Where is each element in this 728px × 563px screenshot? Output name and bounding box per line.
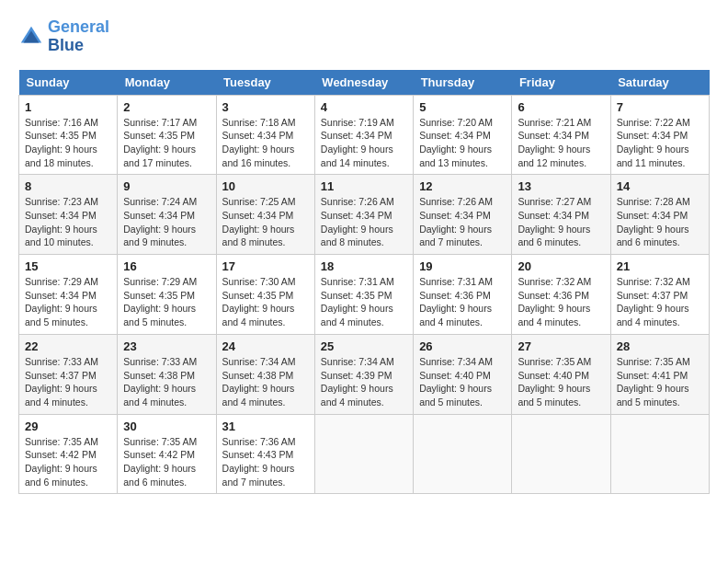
calendar-cell: 7 Sunrise: 7:22 AM Sunset: 4:34 PM Dayli… — [610, 95, 709, 175]
day-number: 19 — [419, 259, 506, 273]
day-number: 31 — [222, 419, 309, 433]
day-info: Sunrise: 7:28 AM Sunset: 4:34 PM Dayligh… — [617, 195, 703, 249]
day-info: Sunrise: 7:25 AM Sunset: 4:34 PM Dayligh… — [222, 195, 309, 249]
calendar-cell: 13 Sunrise: 7:27 AM Sunset: 4:34 PM Dayl… — [512, 175, 610, 255]
day-number: 8 — [25, 179, 111, 193]
day-number: 15 — [25, 259, 111, 273]
day-info: Sunrise: 7:35 AM Sunset: 4:42 PM Dayligh… — [25, 435, 111, 489]
page-header: General Blue — [18, 18, 710, 55]
weekday-header-row: SundayMondayTuesdayWednesdayThursdayFrid… — [19, 70, 710, 96]
week-row-5: 29 Sunrise: 7:35 AM Sunset: 4:42 PM Dayl… — [19, 414, 710, 494]
calendar-cell: 2 Sunrise: 7:17 AM Sunset: 4:35 PM Dayli… — [118, 95, 216, 175]
day-info: Sunrise: 7:27 AM Sunset: 4:34 PM Dayligh… — [518, 195, 604, 249]
calendar-cell: 27 Sunrise: 7:35 AM Sunset: 4:40 PM Dayl… — [512, 334, 610, 414]
weekday-header-sunday: Sunday — [19, 70, 118, 96]
day-info: Sunrise: 7:32 AM Sunset: 4:36 PM Dayligh… — [518, 275, 604, 329]
calendar-cell: 17 Sunrise: 7:30 AM Sunset: 4:35 PM Dayl… — [216, 255, 314, 335]
day-info: Sunrise: 7:35 AM Sunset: 4:41 PM Dayligh… — [617, 355, 703, 409]
day-info: Sunrise: 7:30 AM Sunset: 4:35 PM Dayligh… — [222, 275, 309, 329]
calendar-cell: 16 Sunrise: 7:29 AM Sunset: 4:35 PM Dayl… — [118, 255, 216, 335]
weekday-header-friday: Friday — [512, 70, 610, 96]
day-info: Sunrise: 7:23 AM Sunset: 4:34 PM Dayligh… — [25, 195, 111, 249]
day-number: 21 — [617, 259, 703, 273]
day-number: 30 — [123, 419, 210, 433]
calendar-body: 1 Sunrise: 7:16 AM Sunset: 4:35 PM Dayli… — [19, 95, 710, 494]
calendar-cell: 26 Sunrise: 7:34 AM Sunset: 4:40 PM Dayl… — [414, 334, 512, 414]
day-info: Sunrise: 7:35 AM Sunset: 4:40 PM Dayligh… — [518, 355, 604, 409]
day-info: Sunrise: 7:18 AM Sunset: 4:34 PM Dayligh… — [222, 116, 309, 170]
calendar-cell — [610, 414, 709, 494]
calendar-cell: 23 Sunrise: 7:33 AM Sunset: 4:38 PM Dayl… — [118, 334, 216, 414]
day-number: 3 — [222, 100, 309, 114]
calendar-cell: 18 Sunrise: 7:31 AM Sunset: 4:35 PM Dayl… — [314, 255, 413, 335]
day-number: 13 — [518, 179, 604, 193]
day-number: 16 — [123, 259, 210, 273]
day-info: Sunrise: 7:32 AM Sunset: 4:37 PM Dayligh… — [617, 275, 703, 329]
day-number: 4 — [321, 100, 407, 114]
day-number: 25 — [321, 339, 407, 353]
day-number: 24 — [222, 339, 309, 353]
day-info: Sunrise: 7:24 AM Sunset: 4:34 PM Dayligh… — [123, 195, 210, 249]
day-number: 5 — [419, 100, 506, 114]
calendar-cell: 15 Sunrise: 7:29 AM Sunset: 4:34 PM Dayl… — [19, 255, 118, 335]
day-number: 2 — [123, 100, 210, 114]
logo: General Blue — [18, 18, 109, 55]
day-number: 7 — [617, 100, 703, 114]
weekday-header-tuesday: Tuesday — [216, 70, 314, 96]
calendar-cell: 19 Sunrise: 7:31 AM Sunset: 4:36 PM Dayl… — [414, 255, 512, 335]
day-number: 6 — [518, 100, 604, 114]
day-number: 28 — [617, 339, 703, 353]
day-number: 20 — [518, 259, 604, 273]
day-info: Sunrise: 7:35 AM Sunset: 4:42 PM Dayligh… — [123, 435, 210, 489]
day-number: 17 — [222, 259, 309, 273]
calendar-cell: 24 Sunrise: 7:34 AM Sunset: 4:38 PM Dayl… — [216, 334, 314, 414]
calendar-cell: 28 Sunrise: 7:35 AM Sunset: 4:41 PM Dayl… — [610, 334, 709, 414]
day-info: Sunrise: 7:33 AM Sunset: 4:37 PM Dayligh… — [25, 355, 111, 409]
day-number: 1 — [25, 100, 111, 114]
week-row-2: 8 Sunrise: 7:23 AM Sunset: 4:34 PM Dayli… — [19, 175, 710, 255]
calendar-cell: 8 Sunrise: 7:23 AM Sunset: 4:34 PM Dayli… — [19, 175, 118, 255]
day-info: Sunrise: 7:21 AM Sunset: 4:34 PM Dayligh… — [518, 116, 604, 170]
day-info: Sunrise: 7:34 AM Sunset: 4:39 PM Dayligh… — [321, 355, 407, 409]
calendar-cell: 22 Sunrise: 7:33 AM Sunset: 4:37 PM Dayl… — [19, 334, 118, 414]
day-info: Sunrise: 7:31 AM Sunset: 4:35 PM Dayligh… — [321, 275, 407, 329]
calendar-cell: 9 Sunrise: 7:24 AM Sunset: 4:34 PM Dayli… — [118, 175, 216, 255]
logo-icon — [18, 24, 44, 50]
logo-text: General Blue — [48, 18, 109, 55]
calendar-cell: 3 Sunrise: 7:18 AM Sunset: 4:34 PM Dayli… — [216, 95, 314, 175]
calendar-table: SundayMondayTuesdayWednesdayThursdayFrid… — [18, 70, 710, 495]
calendar-cell: 12 Sunrise: 7:26 AM Sunset: 4:34 PM Dayl… — [414, 175, 512, 255]
day-number: 10 — [222, 179, 309, 193]
weekday-header-wednesday: Wednesday — [314, 70, 413, 96]
day-info: Sunrise: 7:34 AM Sunset: 4:40 PM Dayligh… — [419, 355, 506, 409]
weekday-header-thursday: Thursday — [414, 70, 512, 96]
week-row-1: 1 Sunrise: 7:16 AM Sunset: 4:35 PM Dayli… — [19, 95, 710, 175]
day-number: 22 — [25, 339, 111, 353]
calendar-cell: 1 Sunrise: 7:16 AM Sunset: 4:35 PM Dayli… — [19, 95, 118, 175]
day-number: 29 — [25, 419, 111, 433]
day-info: Sunrise: 7:31 AM Sunset: 4:36 PM Dayligh… — [419, 275, 506, 329]
day-number: 12 — [419, 179, 506, 193]
day-info: Sunrise: 7:20 AM Sunset: 4:34 PM Dayligh… — [419, 116, 506, 170]
day-info: Sunrise: 7:16 AM Sunset: 4:35 PM Dayligh… — [25, 116, 111, 170]
day-number: 9 — [123, 179, 210, 193]
day-info: Sunrise: 7:36 AM Sunset: 4:43 PM Dayligh… — [222, 435, 309, 489]
calendar-cell: 25 Sunrise: 7:34 AM Sunset: 4:39 PM Dayl… — [314, 334, 413, 414]
calendar-cell: 14 Sunrise: 7:28 AM Sunset: 4:34 PM Dayl… — [610, 175, 709, 255]
day-number: 11 — [321, 179, 407, 193]
calendar-cell — [414, 414, 512, 494]
day-number: 18 — [321, 259, 407, 273]
weekday-header-monday: Monday — [118, 70, 216, 96]
week-row-4: 22 Sunrise: 7:33 AM Sunset: 4:37 PM Dayl… — [19, 334, 710, 414]
day-info: Sunrise: 7:26 AM Sunset: 4:34 PM Dayligh… — [419, 195, 506, 249]
calendar-cell: 6 Sunrise: 7:21 AM Sunset: 4:34 PM Dayli… — [512, 95, 610, 175]
day-number: 23 — [123, 339, 210, 353]
day-info: Sunrise: 7:26 AM Sunset: 4:34 PM Dayligh… — [321, 195, 407, 249]
day-number: 27 — [518, 339, 604, 353]
day-info: Sunrise: 7:22 AM Sunset: 4:34 PM Dayligh… — [617, 116, 703, 170]
calendar-cell — [314, 414, 413, 494]
calendar-cell: 4 Sunrise: 7:19 AM Sunset: 4:34 PM Dayli… — [314, 95, 413, 175]
weekday-header-saturday: Saturday — [610, 70, 709, 96]
calendar-cell — [512, 414, 610, 494]
calendar-cell: 21 Sunrise: 7:32 AM Sunset: 4:37 PM Dayl… — [610, 255, 709, 335]
